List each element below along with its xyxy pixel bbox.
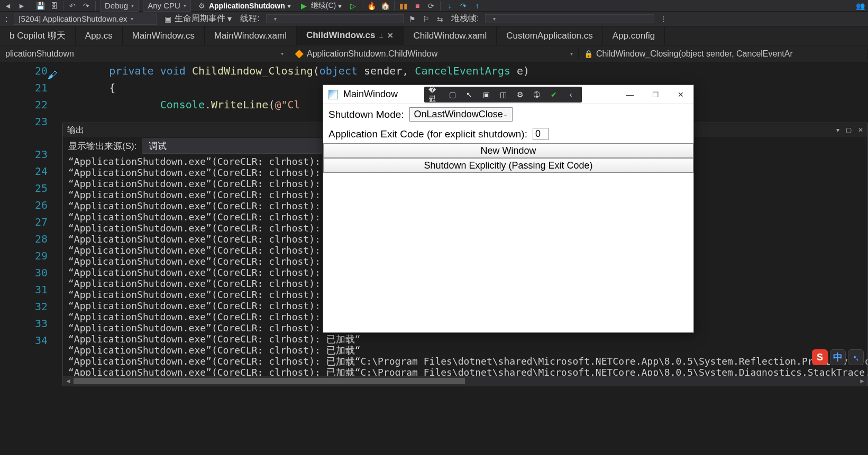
- minimize-button[interactable]: —: [617, 86, 643, 104]
- output-title: 输出: [67, 125, 84, 136]
- xaml-diagnostic-toolbar[interactable]: �큀 ▢ ↖ ▣ ◫ ⚙ ➀ ✔ ‹: [424, 87, 582, 103]
- pin-icon[interactable]: ⟂: [379, 32, 383, 39]
- step-out-icon[interactable]: ↑: [472, 1, 482, 11]
- panel-dropdown-icon[interactable]: ▾: [836, 126, 839, 134]
- save-all-icon[interactable]: 🗄: [49, 1, 59, 11]
- output-scrollbar[interactable]: ◄ ►: [63, 376, 867, 386]
- exit-code-input[interactable]: [533, 128, 549, 140]
- shutdown-mode-label: Shutdown Mode:: [328, 109, 404, 120]
- scroll-thumb[interactable]: [74, 378, 465, 384]
- output-source-label: 显示输出来源(S):: [68, 140, 136, 152]
- redo-icon[interactable]: ↷: [81, 1, 91, 11]
- window-title: MainWindow: [343, 89, 398, 100]
- config-dropdown[interactable]: Debug▾: [100, 0, 139, 12]
- file-tab[interactable]: ChildWindow.cs⟂✕: [297, 26, 404, 45]
- toolbar-main: ◄ ► 💾 🗄 ↶ ↷ Debug▾ Any CPU▾ ⚙Application…: [0, 0, 868, 12]
- diag-goto-icon[interactable]: �큀: [428, 89, 442, 100]
- scroll-right-icon[interactable]: ►: [859, 377, 865, 385]
- start-target[interactable]: ⚙ApplicationShutdown▾: [195, 1, 293, 11]
- scroll-left-icon[interactable]: ◄: [65, 377, 71, 385]
- hot-reload-icon[interactable]: 🔥: [367, 1, 376, 11]
- shutdown-mode-combo[interactable]: OnLastWindowClose⌄: [409, 107, 513, 122]
- close-button[interactable]: ✕: [668, 86, 693, 104]
- diag-collapse-icon[interactable]: ‹: [564, 89, 578, 100]
- panel-close-icon[interactable]: ✕: [858, 126, 863, 134]
- save-icon[interactable]: 💾: [35, 1, 45, 11]
- restart-icon[interactable]: ⟳: [426, 1, 436, 11]
- file-tab[interactable]: CustomApplication.cs: [497, 26, 602, 45]
- step-into-icon[interactable]: ↓: [445, 1, 454, 11]
- thread-label: 线程:: [238, 13, 261, 24]
- nav-fwd-icon[interactable]: ►: [17, 1, 26, 11]
- breadcrumb-method[interactable]: 🔒 ChildWindow_Closing(object sender, Can…: [579, 49, 868, 59]
- ime-sogou-icon[interactable]: S: [812, 349, 828, 365]
- diag-select-icon[interactable]: ↖: [462, 89, 476, 100]
- file-tabs: b Copilot 聊天App.csMainWindow.csMainWindo…: [0, 26, 868, 45]
- toolbar-debug: : [5204] ApplicationShutdown.ex▾ ▣生命周期事件…: [0, 12, 868, 26]
- stop-icon[interactable]: ■: [413, 1, 422, 11]
- platform-dropdown[interactable]: Any CPU▾: [143, 0, 191, 12]
- home-icon[interactable]: 🏠: [380, 1, 390, 11]
- output-source-select[interactable]: 调试: [142, 138, 322, 154]
- diag-access-icon[interactable]: ➀: [530, 89, 544, 100]
- code-breadcrumb: plicationShutdown▾ 🔶 ApplicationShutdown…: [0, 45, 868, 62]
- threads-icon[interactable]: ⇆: [435, 14, 445, 24]
- diag-layout-icon[interactable]: ▣: [479, 89, 493, 100]
- maximize-button[interactable]: ☐: [643, 86, 668, 104]
- step-over-icon[interactable]: ↷: [459, 1, 468, 11]
- diag-video-icon[interactable]: ▢: [445, 89, 459, 100]
- diag-ok-icon[interactable]: ✔: [547, 89, 561, 100]
- new-window-button[interactable]: New Window: [323, 143, 693, 158]
- pause-icon[interactable]: ▮▮: [399, 1, 408, 11]
- ime-punct-icon[interactable]: •,: [848, 349, 864, 365]
- window-sys-icon: [328, 90, 338, 99]
- lifecycle-events[interactable]: ▣生命周期事件▾: [161, 13, 234, 24]
- breadcrumb-class[interactable]: 🔶 ApplicationShutdown.ChildWindow▾: [289, 49, 579, 59]
- close-icon[interactable]: ✕: [387, 31, 394, 40]
- live-share-icon[interactable]: 👥: [855, 1, 865, 11]
- flag-icon[interactable]: ⚑: [408, 14, 417, 24]
- overflow-icon[interactable]: ⋮: [659, 14, 668, 24]
- stack-label: 堆栈帧:: [449, 13, 481, 24]
- file-tab[interactable]: MainWindow.xaml: [205, 26, 297, 45]
- undo-icon[interactable]: ↶: [68, 1, 77, 11]
- shutdown-button[interactable]: Shutdown Explicitly (Passing Exit Code): [323, 158, 693, 173]
- app-main-window: MainWindow �큀 ▢ ↖ ▣ ◫ ⚙ ➀ ✔ ‹ — ☐ ✕ Shut…: [323, 85, 694, 333]
- file-tab[interactable]: MainWindow.cs: [123, 26, 205, 45]
- window-titlebar[interactable]: MainWindow �큀 ▢ ↖ ▣ ◫ ⚙ ➀ ✔ ‹ — ☐ ✕: [323, 85, 693, 104]
- exit-code-label: Application Exit Code (for explicit shut…: [328, 128, 527, 140]
- continue-button[interactable]: ▶继续(C)▾: [297, 1, 344, 11]
- file-tab[interactable]: App.cs: [76, 26, 123, 45]
- ime-indicator[interactable]: S 中 •,: [812, 349, 864, 365]
- stackframe-dropdown[interactable]: ▾: [485, 14, 654, 23]
- class-icon: 🔶: [295, 50, 304, 58]
- ime-lang-icon[interactable]: 中: [830, 349, 846, 365]
- method-icon: 🔒: [584, 50, 593, 58]
- diag-settings-icon[interactable]: ⚙: [513, 89, 527, 100]
- file-tab[interactable]: ChildWindow.xaml: [404, 26, 497, 45]
- panel-maximize-icon[interactable]: ▢: [846, 126, 852, 134]
- start-no-debug-icon[interactable]: ▷: [348, 1, 358, 11]
- breadcrumb-namespace[interactable]: plicationShutdown▾: [0, 49, 289, 59]
- diag-track-icon[interactable]: ◫: [496, 89, 510, 100]
- lightbulb-icon[interactable]: 🖌: [48, 70, 57, 81]
- file-tab[interactable]: App.config: [603, 26, 665, 45]
- process-dropdown[interactable]: [5204] ApplicationShutdown.ex▾: [14, 13, 157, 25]
- nav-back-icon[interactable]: ◄: [3, 1, 13, 11]
- flag2-icon[interactable]: ⚐: [422, 14, 431, 24]
- file-tab[interactable]: b Copilot 聊天: [0, 26, 76, 45]
- line-gutter-tail: 232425262728293031323334: [0, 146, 58, 349]
- process-label: :: [3, 14, 10, 24]
- thread-dropdown[interactable]: ▾: [266, 14, 404, 23]
